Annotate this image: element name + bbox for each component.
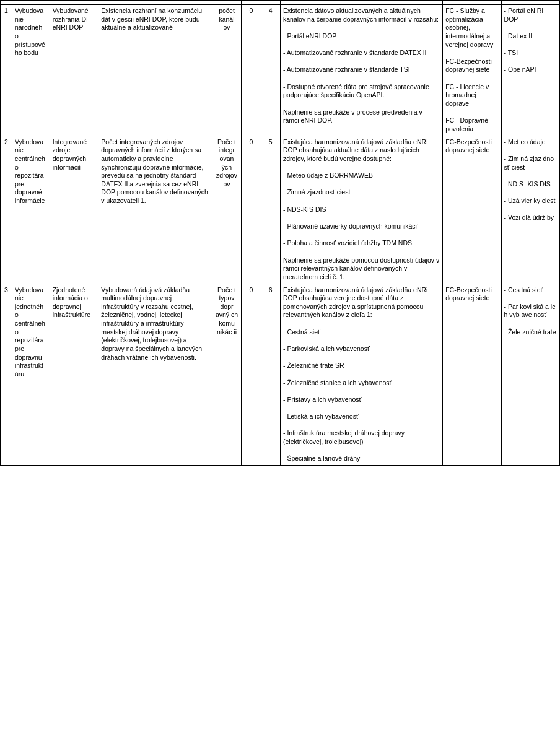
row-col1-1: Vybudova nie centrálneh o repozitára pre… (12, 136, 50, 284)
row-col7-2: Existujúca harmonizovaná údajová základň… (280, 284, 442, 465)
header-col8 (443, 1, 501, 5)
header-col3 (98, 1, 212, 5)
header-cielove (261, 1, 280, 5)
row-col3-1: Počet integrovaných zdrojov dopravných i… (98, 136, 212, 284)
header-aktualne (242, 1, 261, 5)
row-col8-2: FC-Bezpečnosti dopravnej siete (443, 284, 501, 465)
row-col2-2: Zjednotené informácia o dopravnej infraš… (50, 284, 98, 465)
header-num (1, 1, 12, 5)
row-col9-0: - Portál eN RI DOP - Dat ex II - TSI - O… (501, 5, 559, 136)
row-col6-2: 6 (261, 284, 280, 465)
row-col5-0: 0 (242, 5, 261, 136)
row-col8-1: FC-Bezpečnosti dopravnej siete (443, 136, 501, 284)
row-col8-0: FC - Služby a optimalizácia osobnej, int… (443, 5, 501, 136)
row-col1-0: Vybudova nie národnéh o prístupové ho bo… (12, 5, 50, 136)
row-col3-0: Existencia rozhraní na konzumáciu dát v … (98, 5, 212, 136)
row-col9-2: - Ces tná sieť - Par kovi ská a ic h vyb… (501, 284, 559, 465)
row-col4-2: Poče t typov dopr avný ch komu nikác ii (212, 284, 241, 465)
row-num-1: 2 (1, 136, 12, 284)
header-col7 (280, 1, 442, 5)
row-col2-1: Integrované zdroje dopravných informácií (50, 136, 98, 284)
row-col6-0: 4 (261, 5, 280, 136)
row-col3-2: Vybudovaná údajová základňa multimodálne… (98, 284, 212, 465)
row-col5-2: 0 (242, 284, 261, 465)
row-col5-1: 0 (242, 136, 261, 284)
row-col9-1: - Met eo údaje - Zim ná zjaz dno sť cies… (501, 136, 559, 284)
row-num-0: 1 (1, 5, 12, 136)
header-col1 (12, 1, 50, 5)
header-ukazovatel (212, 1, 241, 5)
row-col6-1: 5 (261, 136, 280, 284)
row-col1-2: Vybudova nie jednotnéh o centrálneh o re… (12, 284, 50, 465)
row-num-2: 3 (1, 284, 12, 465)
row-col4-0: počet kanál ov (212, 5, 241, 136)
row-col7-1: Existujúca harmonizovaná údajová základň… (280, 136, 442, 284)
row-col4-1: Poče t integr ovan ých zdrojov ov (212, 136, 241, 284)
row-col2-0: Vybudované rozhrania DI eNRI DOP (50, 5, 98, 136)
header-col2 (50, 1, 98, 5)
header-col9 (501, 1, 559, 5)
row-col7-0: Existencia dátovo aktualizovaných a aktu… (280, 5, 442, 136)
